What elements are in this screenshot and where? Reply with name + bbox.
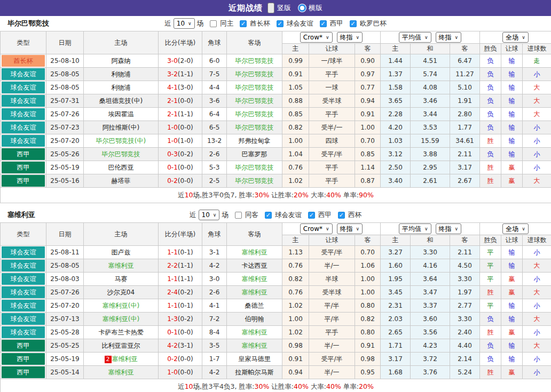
away-team-link[interactable]: 塞维利亚: [242, 342, 267, 349]
average-select[interactable]: 平均值∨: [399, 223, 431, 234]
fulltime-score: 1-0: [167, 124, 178, 131]
league-checkbox-cup[interactable]: ✓: [240, 20, 247, 27]
avg-draw-odds: 3.72: [411, 353, 450, 366]
radio-vertical[interactable]: 竖版: [267, 3, 291, 13]
crow-away-odds: 0.90: [355, 54, 381, 68]
home-team-link[interactable]: 阿森纳: [112, 57, 131, 65]
team-title: 毕尔巴鄂竞技: [7, 19, 49, 28]
home-team-link[interactable]: 塞维利亚: [108, 369, 134, 376]
away-team-link[interactable]: 皇家马德里: [239, 355, 271, 363]
away-team-link[interactable]: 毕尔巴鄂竞技: [235, 97, 274, 105]
avg-home-odds: 1.68: [381, 366, 411, 379]
bookmaker-select[interactable]: Crow*∨: [300, 223, 333, 234]
away-team-link[interactable]: 毕尔巴鄂竞技: [235, 164, 274, 171]
league-checkbox-friendly[interactable]: ✓: [265, 212, 272, 219]
crow-away-odds: 0.82: [355, 313, 381, 326]
home-team-link[interactable]: 阿拉维斯(中): [103, 124, 139, 131]
avg-home-odds: 1.58: [381, 81, 411, 94]
away-team-link[interactable]: 毕尔巴鄂竞技: [235, 70, 274, 78]
radio-selected-icon[interactable]: [267, 3, 274, 13]
corner-cell: 7-2: [202, 313, 227, 326]
sub-avg-away: 客: [450, 44, 480, 54]
fulltime-score: 2-1: [167, 110, 178, 118]
bookmaker-select[interactable]: Crow*∨: [300, 32, 333, 43]
avg-away-odds: 2.67: [450, 174, 480, 188]
fulltime-select[interactable]: 全场∨: [502, 32, 529, 43]
same-away-checkbox[interactable]: [235, 212, 242, 219]
home-team-link[interactable]: 毕尔巴鄂竞技(中): [96, 137, 146, 145]
match-type-badge: 球会友谊: [2, 313, 45, 325]
match-count-select[interactable]: 10 ∨: [174, 18, 195, 29]
away-team-link[interactable]: 伯明翰: [245, 315, 264, 323]
crow-home-odds: 0.91: [282, 353, 309, 366]
home-team-link[interactable]: 毕尔巴鄂竞技: [102, 150, 140, 158]
away-team-link[interactable]: 毕尔巴鄂竞技: [235, 177, 274, 185]
home-team-link[interactable]: 塞维利亚(中): [103, 315, 139, 323]
home-team-link[interactable]: 沙尔克04: [107, 289, 135, 296]
home-team-link[interactable]: 塞维利亚: [108, 262, 134, 269]
away-team-link[interactable]: 卡达西亚: [242, 262, 267, 269]
home-team-link[interactable]: 马赛: [115, 275, 128, 283]
away-team-link[interactable]: 巴塞罗那: [242, 150, 267, 158]
league-checkbox-laliga[interactable]: ✓: [320, 20, 327, 27]
home-team-link[interactable]: 利物浦: [112, 70, 131, 78]
away-team-link[interactable]: 塞维利亚: [242, 275, 267, 283]
away-team-link[interactable]: 毕尔巴鄂竞技: [235, 124, 274, 131]
same-away-label: 同客: [245, 211, 258, 220]
radio-horizontal[interactable]: 横版: [298, 3, 322, 13]
home-team-link[interactable]: 巴伦西亚: [108, 164, 134, 171]
summary-value: 30%: [255, 382, 270, 390]
home-team-link[interactable]: 卡萨布兰卡热爱: [99, 329, 144, 336]
league-checkbox-laliga[interactable]: ✓: [308, 212, 315, 219]
away-team-link[interactable]: 塞维利亚: [242, 289, 267, 296]
crow-away-odds: 0.70: [355, 134, 381, 148]
fulltime-select[interactable]: 全场∨: [502, 223, 529, 234]
final-odds-select-1[interactable]: 终指∨: [337, 223, 363, 234]
final-odds-select-1[interactable]: 终指∨: [337, 32, 363, 43]
away-team-link[interactable]: 毕尔巴鄂竞技: [235, 57, 274, 65]
avg-home-odds: 2.28: [381, 108, 411, 121]
score-cell: 1-1(0-1): [159, 299, 202, 313]
away-team-link[interactable]: 邦弗拉甸拿: [239, 137, 271, 145]
score-cell: 3-0(2-0): [159, 54, 202, 68]
home-team-cell: 毕尔巴鄂竞技(中): [84, 134, 159, 148]
away-team-cell: 毕尔巴鄂竞技: [227, 174, 282, 188]
home-team-link[interactable]: 赫塔菲: [112, 177, 131, 185]
score-cell: 2-2(1-1): [159, 259, 202, 273]
home-team-link[interactable]: 桑坦德竞技(中): [99, 97, 143, 105]
away-team-link[interactable]: 毕尔巴鄂竞技: [235, 110, 274, 118]
home-team-link[interactable]: 图卢兹: [112, 249, 131, 256]
away-team-link[interactable]: 塞维利亚: [242, 249, 267, 256]
home-team-link[interactable]: 塞维利亚(中): [103, 302, 139, 309]
handicap-cell: 半球: [309, 273, 355, 286]
league-checkbox-copa[interactable]: ✓: [338, 212, 345, 219]
match-count-select[interactable]: 10 ∨: [199, 210, 220, 220]
same-home-checkbox[interactable]: [210, 20, 217, 27]
final-odds-select-2[interactable]: 终指∨: [436, 32, 462, 43]
league-label-laliga: 西甲: [318, 211, 332, 220]
away-team-link[interactable]: 拉斯帕尔马斯: [235, 369, 274, 376]
radio-unselected-icon[interactable]: [298, 4, 306, 12]
away-team-link[interactable]: 塞维利亚: [242, 329, 267, 336]
final-odds-select-2[interactable]: 终指∨: [436, 223, 462, 234]
league-checkbox-europa[interactable]: ✓: [350, 20, 357, 27]
score-cell: 4-1(3-0): [159, 81, 202, 94]
away-team-link[interactable]: 毕尔巴鄂竞技: [235, 84, 274, 91]
match-row: 西甲25-05-26毕尔巴鄂竞技0-3(0-2)2-6巴塞罗那1.04受平/半0…: [1, 148, 551, 161]
summary-text: 大率:: [309, 191, 326, 199]
corner-cell: 4-2: [202, 259, 227, 273]
match-type-cell: 球会友谊: [1, 134, 46, 148]
score-cell: 4-2(3-1): [159, 339, 202, 353]
home-team-link[interactable]: 埃因霍温: [108, 110, 134, 118]
home-team-link[interactable]: 比利亚雷亚尔: [102, 342, 140, 349]
home-team-link[interactable]: 塞维利亚: [112, 355, 138, 363]
crow-home-odds: 0.91: [282, 68, 309, 81]
home-team-link[interactable]: 利物浦: [112, 84, 131, 91]
average-select[interactable]: 平均值∨: [399, 32, 431, 43]
date-cell: 25-05-19: [46, 353, 84, 366]
match-count-value: 10: [177, 20, 185, 27]
chevron-down-icon: ∨: [356, 35, 360, 40]
avg-home-odds: 3.27: [381, 246, 411, 259]
away-team-link[interactable]: 桑德兰: [245, 302, 264, 309]
league-checkbox-friendly[interactable]: ✓: [277, 20, 284, 27]
